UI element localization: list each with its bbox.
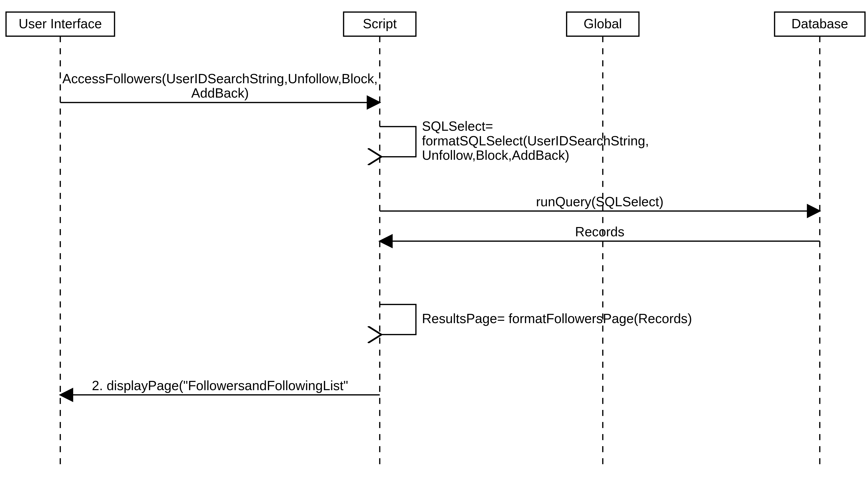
- message-label-m2-l0: SQLSelect=: [422, 119, 493, 133]
- message-label-m5-l0: ResultsPage= formatFollowersPage(Records…: [422, 311, 692, 326]
- message-m2: SQLSelect=formatSQLSelect(UserIDSearchSt…: [380, 119, 649, 162]
- lifeline-label-database: Database: [792, 16, 848, 31]
- message-label-m1-l1: AddBack): [191, 86, 249, 100]
- message-label-m2-l2: Unfollow,Block,AddBack): [422, 148, 569, 162]
- message-m6: 2. displayPage("FollowersandFollowingLis…: [60, 378, 380, 395]
- sequence-diagram-svg: User InterfaceScriptGlobalDatabaseAccess…: [0, 0, 868, 488]
- lifeline-label-global: Global: [584, 16, 622, 31]
- message-label-m6-l0: 2. displayPage("FollowersandFollowingLis…: [92, 378, 348, 393]
- message-label-m1-l0: AccessFollowers(UserIDSearchString,Unfol…: [62, 71, 378, 86]
- message-label-m3-l0: runQuery(SQLSelect): [536, 194, 663, 209]
- message-label-m2-l1: formatSQLSelect(UserIDSearchString,: [422, 133, 649, 148]
- message-m1: AccessFollowers(UserIDSearchString,Unfol…: [60, 71, 380, 102]
- message-m5: ResultsPage= formatFollowersPage(Records…: [380, 304, 692, 334]
- message-m3: runQuery(SQLSelect): [380, 194, 820, 211]
- message-m4: Records: [380, 224, 820, 241]
- lifeline-label-script: Script: [363, 16, 397, 31]
- sequence-diagram: User InterfaceScriptGlobalDatabaseAccess…: [0, 0, 868, 488]
- lifeline-label-ui: User Interface: [19, 16, 102, 31]
- message-label-m4-l0: Records: [575, 224, 624, 239]
